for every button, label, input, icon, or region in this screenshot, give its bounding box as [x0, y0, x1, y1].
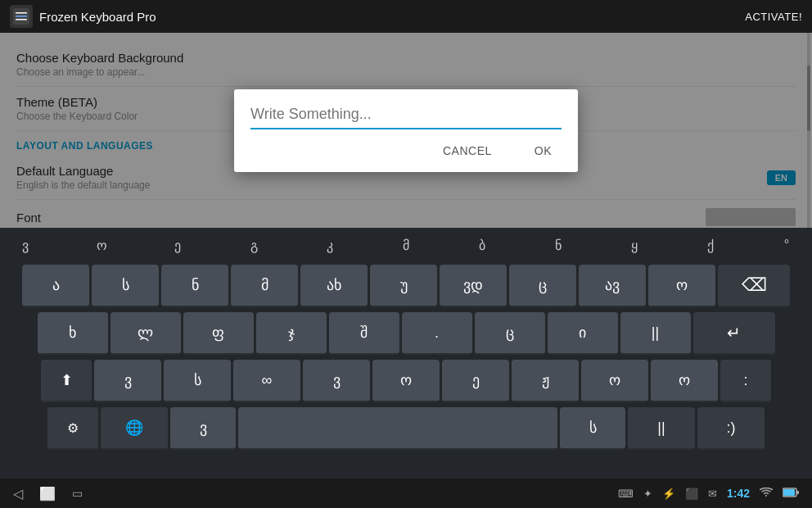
dialog: Cancel OK	[234, 89, 578, 172]
key-m[interactable]: მ	[231, 265, 298, 307]
wifi-icon	[760, 488, 773, 500]
space-key[interactable]	[238, 407, 557, 450]
dialog-overlay: Cancel OK	[0, 33, 812, 228]
ok-button[interactable]: OK	[515, 136, 571, 166]
key-row1-4[interactable]: კ	[293, 230, 367, 260]
key-row1-9[interactable]: ქ	[674, 230, 747, 260]
smiley-key[interactable]: :)	[697, 407, 765, 450]
key-row1-5[interactable]: მ	[369, 230, 443, 260]
dialog-buttons: Cancel OK	[234, 129, 578, 172]
key-u[interactable]: უ	[370, 265, 437, 307]
key-ax[interactable]: ახ	[300, 265, 368, 307]
key-av[interactable]: ავ	[579, 265, 646, 307]
keyboard-area: ვ ო ე გ კ მ ბ ნ ყ ქ ° ა ს ნ მ ახ უ ვდ ც …	[0, 228, 812, 508]
key-row1-2[interactable]: ე	[141, 230, 214, 260]
key-period[interactable]: .	[402, 312, 472, 355]
key-sh[interactable]: შ	[329, 312, 399, 355]
key-row1-1[interactable]: ო	[65, 230, 138, 260]
usb-icon: ⚡	[662, 488, 675, 500]
settings-key[interactable]: ⚙	[47, 407, 98, 450]
key-ph[interactable]: ფ	[183, 312, 254, 355]
key-bars2[interactable]: ||	[628, 407, 695, 450]
activate-button[interactable]: ACTIVATE!	[745, 11, 802, 23]
top-bar: Frozen Keyboard Pro ACTIVATE!	[0, 0, 812, 33]
app-title-area: Frozen Keyboard Pro	[10, 5, 156, 28]
enter-key[interactable]: ↵	[693, 312, 775, 355]
key-row1-8[interactable]: ყ	[598, 230, 671, 260]
key-bars[interactable]: ||	[620, 312, 691, 355]
keyboard-icon: ⌨	[618, 488, 634, 500]
key-kh[interactable]: ხ	[38, 312, 108, 355]
recents-icon[interactable]: ▭	[72, 487, 83, 500]
time-display: 1:42	[727, 487, 750, 500]
key-colon[interactable]: :	[720, 360, 771, 402]
key-j[interactable]: ჯ	[256, 312, 327, 355]
svg-rect-2	[16, 12, 27, 14]
nav-bar: ◁ ⬜ ▭ ⌨ ✦ ⚡ ⬛ ✉ 1:42	[0, 479, 812, 508]
email-icon: ✉	[708, 488, 717, 500]
cancel-button[interactable]: Cancel	[423, 136, 512, 166]
key-s2[interactable]: ს	[164, 360, 231, 402]
keyboard-row-1: ვ ო ე გ კ მ ბ ნ ყ ქ °	[0, 228, 812, 262]
key-o4[interactable]: ო	[651, 360, 718, 402]
svg-rect-6	[796, 491, 799, 494]
key-i[interactable]: ი	[548, 312, 618, 355]
key-zh[interactable]: ჟ	[512, 360, 579, 402]
key-row1-6[interactable]: ბ	[445, 230, 519, 260]
keyboard-row-5: ⚙ 🌐 ვ ს || :)	[0, 405, 812, 452]
svg-rect-1	[16, 16, 27, 17]
key-row1-0[interactable]: ვ	[0, 230, 62, 260]
home-icon[interactable]: ⬜	[39, 486, 56, 501]
key-s[interactable]: ს	[92, 265, 159, 307]
nav-right: ⌨ ✦ ⚡ ⬛ ✉ 1:42	[618, 487, 799, 500]
language-key[interactable]: 🌐	[101, 407, 168, 450]
key-o[interactable]: ო	[648, 265, 715, 307]
backspace-key[interactable]: ⌫	[718, 265, 790, 307]
battery-icon: ⬛	[685, 488, 698, 500]
key-l[interactable]: ლ	[111, 312, 181, 355]
nav-left: ◁ ⬜ ▭	[13, 486, 83, 501]
keyboard-row-4: ⬆ ვ ს ∞ ვ ო ე ჟ ო ო :	[0, 357, 812, 405]
svg-rect-3	[16, 19, 27, 20]
keyboard-row-3: ხ ლ ფ ჯ შ . ც ი || ↵	[0, 310, 812, 357]
key-o3[interactable]: ო	[581, 360, 648, 402]
svg-rect-5	[783, 489, 795, 496]
shift-key[interactable]: ⬆	[41, 360, 92, 402]
key-v2[interactable]: ვ	[94, 360, 161, 402]
key-char-right[interactable]: ს	[560, 407, 625, 450]
key-vd[interactable]: ვდ	[440, 265, 507, 307]
app-icon	[10, 5, 33, 28]
key-row1-10[interactable]: °	[750, 230, 812, 260]
key-inf[interactable]: ∞	[233, 360, 300, 402]
keyboard-row-2: ა ს ნ მ ახ უ ვდ ც ავ ო ⌫	[0, 262, 812, 310]
key-o2[interactable]: ო	[372, 360, 440, 402]
key-ts[interactable]: ც	[475, 312, 545, 355]
settings-area: Choose Keyboard Background Choose an ima…	[0, 33, 812, 228]
dialog-text-input[interactable]	[250, 106, 562, 129]
dialog-input-area	[234, 89, 578, 129]
key-v3[interactable]: ვ	[303, 360, 370, 402]
back-icon[interactable]: ◁	[13, 486, 23, 501]
key-a[interactable]: ა	[22, 265, 89, 307]
battery-level-icon	[783, 488, 799, 500]
key-n[interactable]: ნ	[161, 265, 228, 307]
android-icon: ✦	[643, 488, 652, 500]
key-char-left[interactable]: ვ	[170, 407, 236, 450]
key-c[interactable]: ც	[509, 265, 576, 307]
app-title: Frozen Keyboard Pro	[39, 10, 156, 24]
key-e2[interactable]: ე	[442, 360, 509, 402]
key-row1-3[interactable]: გ	[217, 230, 291, 260]
key-row1-7[interactable]: ნ	[521, 230, 595, 260]
